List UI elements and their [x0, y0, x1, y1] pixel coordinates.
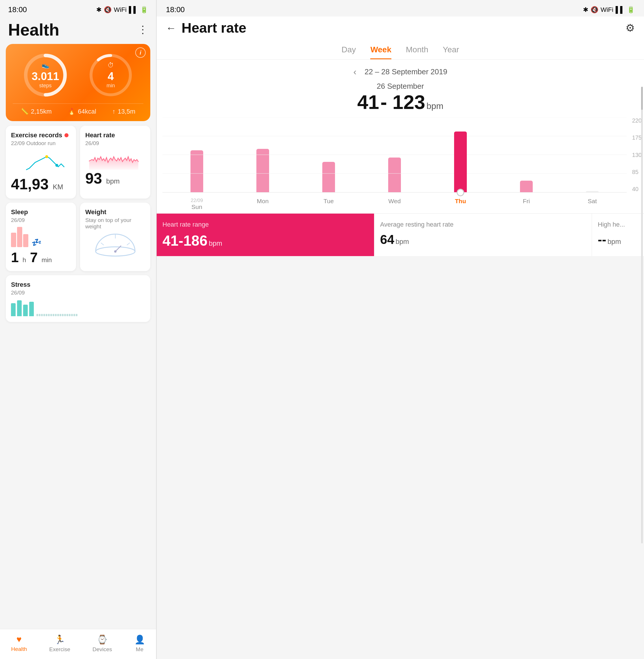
date-nav: ‹ 22 – 28 September 2019: [157, 60, 644, 79]
x-date-sun: 22/09: [191, 198, 203, 203]
health-icon: ♥: [17, 634, 22, 644]
bar-thu: [429, 132, 492, 192]
distance-value: 2,15km: [31, 108, 52, 115]
sleep-card[interactable]: Sleep 26/09 💤 1 h 7 min: [6, 203, 76, 271]
status-bar-left: 18:00 ✱ 🔇 WiFi ▌▌ 🔋: [0, 0, 156, 17]
back-button[interactable]: ←: [166, 22, 176, 34]
active-value: 4: [108, 70, 114, 83]
date-section: ‹ 22 – 28 September 2019 26 September 41…: [157, 60, 644, 114]
selected-date-info: 26 September 41 - 123 bpm: [157, 79, 644, 114]
tab-month[interactable]: Month: [406, 45, 428, 59]
bar-fri-inner: [520, 181, 533, 192]
floors-value: 13,5m: [118, 108, 135, 115]
bar-tue: [297, 162, 360, 192]
svg-point-11: [114, 250, 116, 253]
chart-bars: [162, 117, 627, 192]
x-day-wed: Wed: [389, 198, 401, 205]
prev-date-button[interactable]: ‹: [353, 67, 357, 77]
stress-dots: [37, 314, 77, 316]
svg-point-5: [55, 164, 59, 167]
nav-me[interactable]: 👤 Me: [134, 634, 145, 653]
app-header: Health ⋮: [0, 17, 156, 44]
steps-icon: 👟: [42, 62, 49, 69]
mute-icon: 🔇: [104, 6, 112, 14]
y-85: 85: [632, 169, 642, 176]
scrollbar[interactable]: [641, 87, 643, 543]
y-130: 130: [632, 152, 642, 158]
bar-sun: [165, 150, 228, 192]
x-day-tue: Tue: [323, 198, 334, 205]
exercise-sub: 22/09 Outdoor run: [11, 140, 71, 146]
stress-title: Stress: [11, 281, 145, 289]
menu-button[interactable]: ⋮: [138, 24, 148, 36]
bar-mon-inner: [256, 149, 269, 192]
x-axis: 22/09 Sun Mon Tue Wed Thu: [162, 192, 627, 213]
calories-value: 64kcal: [78, 108, 96, 115]
bar-thu-inner: [454, 132, 467, 192]
steps-circle: 👟 3.011 steps: [22, 52, 69, 98]
heartrate-card[interactable]: Heart rate 26/09 93 bpm: [80, 126, 150, 199]
bpm-display: 41 - 123 bpm: [166, 91, 635, 113]
x-label-sat: Sat: [561, 198, 624, 210]
time-left: 18:00: [8, 5, 27, 14]
weight-visualization: [85, 233, 145, 256]
summary-high[interactable]: High he... -- bpm: [592, 213, 644, 256]
app-title: Health: [8, 20, 59, 39]
floors-icon: ↑: [112, 108, 115, 115]
bpm-min: 41: [357, 91, 379, 113]
sleep-visualization: 💤: [11, 226, 71, 249]
steps-label: steps: [39, 83, 51, 89]
steps-value: 3.011: [31, 70, 59, 83]
nav-health[interactable]: ♥ Health: [11, 634, 27, 653]
tab-day[interactable]: Day: [342, 45, 356, 59]
header-left: ← Heart rate: [166, 20, 246, 36]
exercise-dot: [65, 133, 69, 137]
devices-icon: ⌚: [97, 634, 108, 644]
bottom-nav: ♥ Health 🏃 Exercise ⌚ Devices 👤 Me: [0, 629, 156, 659]
status-icons-left: ✱ 🔇 WiFi ▌▌ 🔋: [96, 6, 148, 14]
x-label-sun: 22/09 Sun: [165, 198, 228, 210]
tab-week[interactable]: Week: [370, 45, 391, 59]
range-value: 41-186: [162, 233, 208, 249]
exercise-card[interactable]: Exercise records 22/09 Outdoor run 41,93…: [6, 126, 76, 199]
resting-unit: bpm: [395, 237, 409, 245]
signal-icon: ▌▌: [129, 6, 138, 14]
stress-bar: [11, 303, 16, 316]
right-header: ← Heart rate ⚙: [157, 17, 644, 41]
sleep-bar: [11, 233, 16, 247]
settings-button[interactable]: ⚙: [625, 22, 635, 34]
devices-label: Devices: [92, 646, 112, 653]
nav-devices[interactable]: ⌚ Devices: [92, 634, 112, 653]
weight-card[interactable]: Weight Stay on top of your weight: [80, 203, 150, 271]
activity-card[interactable]: i 👟 3.011 steps ⏱ 4 min: [6, 44, 150, 121]
tab-year[interactable]: Year: [443, 45, 459, 59]
info-icon[interactable]: i: [135, 47, 146, 58]
x-label-mon: Mon: [231, 198, 294, 210]
high-title: High he...: [598, 221, 638, 229]
bluetooth-icon: ✱: [96, 6, 101, 14]
svg-line-9: [127, 243, 130, 245]
wifi-icon-r: WiFi: [601, 6, 613, 14]
summary-range[interactable]: Heart rate range 41-186 bpm: [157, 213, 374, 256]
stress-bar: [23, 305, 28, 316]
scrollbar-thumb[interactable]: [641, 87, 643, 110]
distance-icon: 📏: [21, 108, 29, 115]
y-axis: 220 175 130 85 40: [632, 117, 642, 192]
dashboard-grid: Exercise records 22/09 Outdoor run 41,93…: [6, 126, 150, 271]
bar-sat: [561, 191, 624, 192]
bt-icon-r: ✱: [583, 6, 588, 14]
nav-exercise[interactable]: 🏃 Exercise: [49, 634, 70, 653]
me-icon: 👤: [134, 634, 145, 644]
bar-wed: [363, 158, 426, 192]
calories-icon: 🔥: [68, 108, 75, 115]
summary-resting[interactable]: Average resting heart rate 64 bpm: [374, 213, 592, 256]
x-day-fri: Fri: [523, 198, 530, 205]
exercise-nav-label: Exercise: [49, 646, 70, 653]
exercise-map: [11, 150, 71, 176]
floors-stat: ↑ 13,5m: [112, 108, 135, 115]
status-bar-right: 18:00 ✱ 🔇 WiFi ▌▌ 🔋: [157, 0, 644, 17]
stress-card[interactable]: Stress 26/09: [6, 275, 150, 322]
page-title: Heart rate: [182, 20, 246, 36]
heartrate-value: 93 bpm: [85, 170, 145, 187]
exercise-value: 41,93 KM: [11, 176, 71, 193]
